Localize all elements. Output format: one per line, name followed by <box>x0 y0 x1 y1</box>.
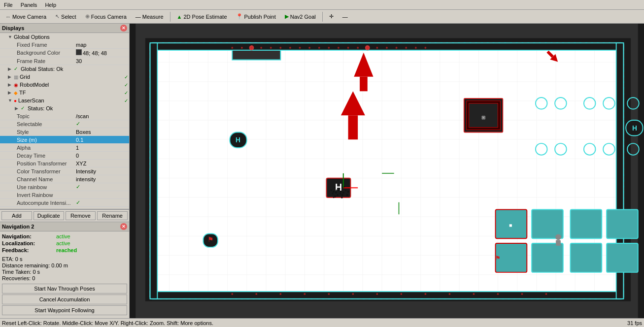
laser-status-item[interactable]: ▶ ✓ Status: Ok <box>0 104 129 112</box>
robot-model-arrow: ▶ <box>8 82 13 87</box>
autocompute-label: Autocompute Intensi... <box>15 199 74 206</box>
selectable-row: Selectable ✓ <box>0 120 129 128</box>
statusbar: Reset Left-Click: Rotate. Middle-Click: … <box>0 318 644 327</box>
add-button[interactable]: Add <box>1 211 32 220</box>
svg-rect-50 <box>348 115 358 139</box>
toolbar-separator-1 <box>170 12 170 22</box>
grid-arrow: ▶ <box>8 74 13 79</box>
remove-button[interactable]: Remove <box>66 211 96 220</box>
move-camera-button[interactable]: ↔ Move Camera <box>2 11 50 22</box>
topic-label: Topic <box>15 113 74 120</box>
selectable-value[interactable]: ✓ <box>74 120 129 128</box>
menu-help[interactable]: Help <box>41 1 60 9</box>
background-color-value[interactable]: 48; 48; 48 <box>74 49 129 57</box>
svg-point-145 <box>255 293 257 295</box>
rename-button[interactable]: Rename <box>97 211 128 220</box>
svg-point-67 <box>336 190 338 191</box>
grid-label: Grid <box>20 74 124 80</box>
alpha-row: Alpha 1 <box>0 144 129 152</box>
grid-item[interactable]: ▶ ▦ Grid ✓ <box>0 73 129 81</box>
minus-button[interactable]: — <box>339 11 351 22</box>
svg-point-70 <box>343 186 345 188</box>
svg-text:⊞: ⊞ <box>481 115 485 120</box>
nav2-header: Navigation 2 ✕ <box>0 222 129 231</box>
fixed-frame-value[interactable]: map <box>74 41 129 48</box>
focus-camera-button[interactable]: ⊕ Focus Camera <box>82 11 130 22</box>
start-nav-button[interactable]: Start Nav Through Poses <box>2 284 127 294</box>
crosshair-button[interactable]: ✛ <box>326 11 337 22</box>
minus-icon: — <box>342 14 348 20</box>
feedback-row: Feedback: reached <box>2 247 127 253</box>
tf-icon: ◆ <box>14 90 18 96</box>
svg-rect-92 <box>607 243 638 272</box>
color-transformer-value[interactable]: Intensity <box>74 168 129 175</box>
svg-point-71 <box>341 196 343 198</box>
svg-point-142 <box>415 47 417 49</box>
size-value[interactable]: 0.1 <box>74 136 129 143</box>
frame-rate-row: Frame Rate 30 <box>0 57 129 65</box>
background-color-label: Background Color <box>15 49 74 56</box>
select-button[interactable]: ↖ Select <box>52 11 80 22</box>
fps-display: 31 fps <box>627 320 642 326</box>
laser-scan-item[interactable]: ▼ ● LaserScan ✓ <box>0 97 129 104</box>
grid-icon: ▦ <box>14 74 18 80</box>
invert-rainbow-value[interactable] <box>74 195 129 196</box>
global-status-item[interactable]: ▶ ✓ Global Status: Ok <box>0 65 129 73</box>
style-value[interactable]: Boxes <box>74 129 129 135</box>
publish-point-button[interactable]: 📍 Publish Point <box>233 11 279 22</box>
svg-point-156 <box>521 293 523 295</box>
move-camera-label: Move Camera <box>12 14 46 20</box>
svg-point-134 <box>338 47 339 49</box>
measure-button[interactable]: — Measure <box>132 11 167 22</box>
svg-point-146 <box>279 293 281 295</box>
svg-point-152 <box>424 293 426 295</box>
position-transformer-value[interactable]: XYZ <box>74 160 129 167</box>
global-status-check-icon: ✓ <box>14 66 20 72</box>
svg-point-127 <box>270 47 272 49</box>
nav2-close-button[interactable]: ✕ <box>120 223 127 230</box>
svg-rect-90 <box>532 243 563 272</box>
svg-text:H: H <box>236 136 240 144</box>
svg-point-64 <box>333 191 335 193</box>
menubar: File Panels Help <box>0 0 644 10</box>
svg-rect-44 <box>232 50 280 60</box>
tf-item[interactable]: ▶ ◆ TF ✓ <box>0 89 129 97</box>
size-row[interactable]: Size (m) 0.1 <box>0 136 129 144</box>
left-panel: Displays ✕ ▼ Global Options Fixed Frame … <box>0 24 130 318</box>
svg-point-59 <box>335 192 337 194</box>
robot-model-item[interactable]: ▶ ◉ RobotModel ✓ <box>0 81 129 89</box>
background-color-swatch[interactable] <box>76 49 82 55</box>
map-area[interactable]: H <box>130 24 644 318</box>
svg-point-136 <box>357 47 359 49</box>
use-rainbow-value[interactable]: ✓ <box>74 183 129 191</box>
channel-name-row: Channel Name intensity <box>0 175 129 183</box>
topic-value[interactable]: /scan <box>74 113 129 120</box>
duplicate-button[interactable]: Duplicate <box>34 211 64 220</box>
style-row: Style Boxes <box>0 128 129 136</box>
invert-rainbow-row: Invert Rainbow <box>0 191 129 199</box>
svg-point-151 <box>400 293 402 295</box>
svg-point-63 <box>342 192 344 194</box>
svg-text:⚑: ⚑ <box>207 236 214 243</box>
menu-file[interactable]: File <box>0 1 17 9</box>
laser-scan-check: ✓ <box>124 98 128 103</box>
svg-point-154 <box>473 293 475 295</box>
alpha-value[interactable]: 1 <box>74 144 129 151</box>
start-waypoint-button[interactable]: Start Waypoint Following <box>2 305 127 315</box>
autocompute-value[interactable]: ✓ <box>74 199 129 206</box>
nav2-goal-button[interactable]: ▶ Nav2 Goal <box>281 11 319 22</box>
autocompute-row: Autocompute Intensi... ✓ <box>0 199 129 207</box>
use-rainbow-row: Use rainbow ✓ <box>0 183 129 191</box>
displays-close-button[interactable]: ✕ <box>120 25 127 32</box>
focus-label: Focus Camera <box>91 14 127 20</box>
menu-panels[interactable]: Panels <box>17 1 41 9</box>
channel-name-value[interactable]: intensity <box>74 176 129 183</box>
svg-point-157 <box>545 293 547 295</box>
frame-rate-value[interactable]: 30 <box>74 58 129 65</box>
decay-time-value[interactable]: 0 <box>74 152 129 159</box>
pose-estimate-button[interactable]: ▲ 2D Pose Estimate <box>173 11 231 22</box>
global-options-item[interactable]: ▼ Global Options <box>0 33 129 41</box>
cancel-accumulation-button[interactable]: Cancel Accumulation <box>2 294 127 304</box>
selectable-label: Selectable <box>15 121 74 128</box>
laser-scan-icon: ● <box>14 98 17 103</box>
